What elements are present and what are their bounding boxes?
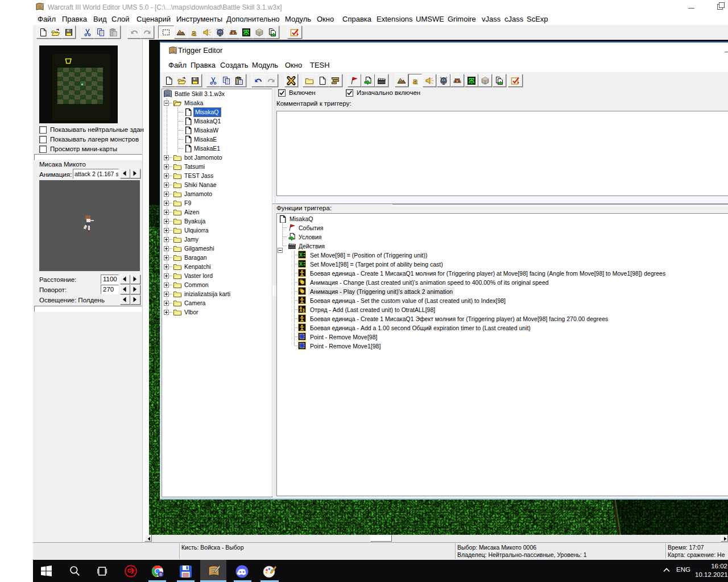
svg-text:B: B	[159, 572, 162, 576]
